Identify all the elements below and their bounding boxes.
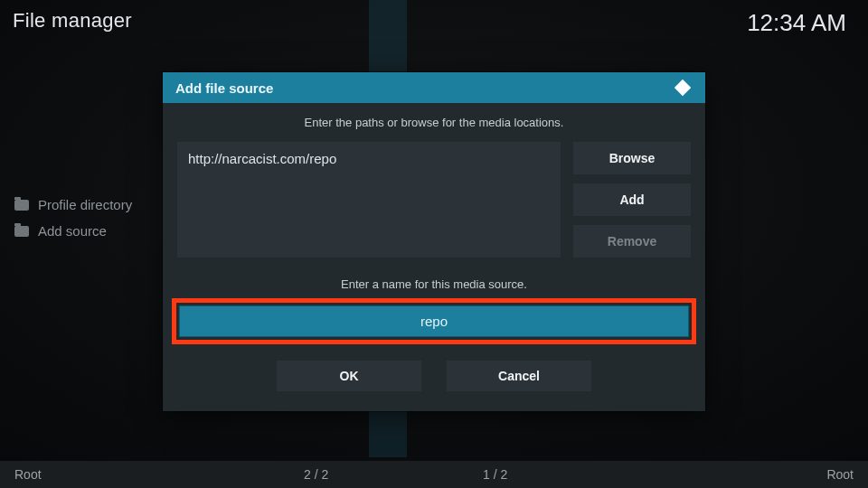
add-path-button[interactable]: Add [573, 183, 691, 216]
add-file-source-dialog: Add file source Enter the paths or brows… [163, 72, 705, 411]
footer-right-count: 1 / 2 [458, 467, 781, 482]
paths-hint: Enter the paths or browse for the media … [177, 116, 691, 129]
top-bar: File manager 12:34 AM [0, 9, 859, 45]
source-name-input[interactable] [179, 305, 689, 337]
name-hint: Enter a name for this media source. [177, 277, 691, 291]
ok-button[interactable]: OK [277, 361, 421, 391]
kodi-logo-icon [673, 78, 693, 98]
name-input-highlight [172, 298, 696, 344]
folder-icon [14, 200, 29, 211]
sidebar-item-label: Profile directory [38, 197, 132, 212]
folder-icon [14, 226, 29, 237]
dialog-header: Add file source [163, 72, 705, 103]
path-value: http://narcacist.com/repo [188, 151, 336, 166]
footer-left-root: Root [14, 467, 304, 482]
sidebar-item-label: Add source [38, 223, 107, 239]
dialog-title: Add file source [175, 80, 273, 96]
browse-button[interactable]: Browse [573, 142, 691, 174]
footer-right-root: Root [781, 467, 854, 482]
footer-bar: Root 2 / 2 1 / 2 Root [0, 461, 868, 488]
remove-path-button: Remove [573, 225, 691, 258]
footer-left-count: 2 / 2 [304, 467, 458, 482]
clock: 12:34 AM [747, 9, 846, 37]
page-title: File manager [13, 9, 132, 33]
paths-input[interactable]: http://narcacist.com/repo [177, 142, 561, 258]
cancel-button[interactable]: Cancel [447, 361, 591, 391]
